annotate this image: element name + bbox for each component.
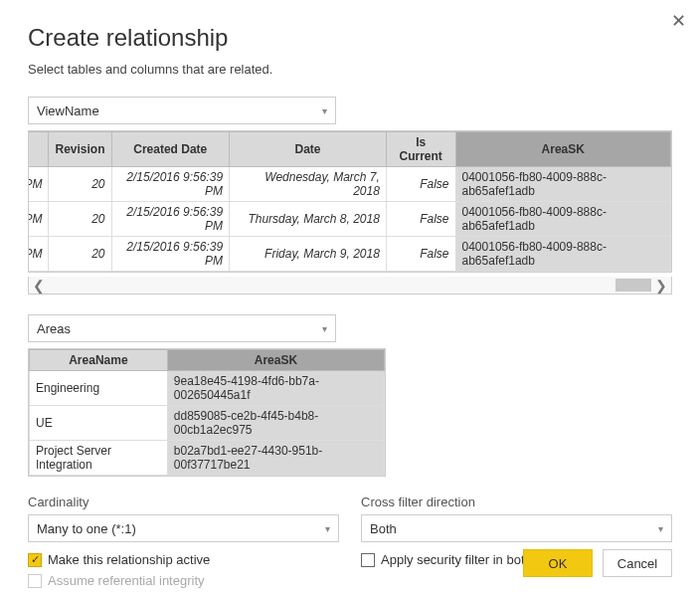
close-icon[interactable]: ✕ bbox=[671, 10, 686, 32]
active-checkbox[interactable]: ✓ bbox=[28, 553, 42, 567]
table1-select[interactable]: ViewName ▾ bbox=[28, 97, 336, 124]
table-row[interactable]: 1 PM 20 2/15/2016 9:56:39 PM Friday, Mar… bbox=[28, 237, 671, 272]
integrity-label: Assume referential integrity bbox=[48, 573, 205, 588]
integrity-checkbox bbox=[28, 574, 42, 588]
col-date[interactable]: Date bbox=[230, 132, 387, 167]
chevron-down-icon: ▾ bbox=[325, 523, 330, 534]
security-checkbox[interactable] bbox=[361, 553, 375, 567]
table-row[interactable]: Engineering 9ea18e45-4198-4fd6-bb7a-0026… bbox=[30, 371, 385, 406]
table-row[interactable]: 1 PM 20 2/15/2016 9:56:39 PM Thursday, M… bbox=[28, 202, 671, 237]
dialog-title: Create relationship bbox=[28, 24, 672, 52]
col-created-date[interactable]: Created Date bbox=[111, 132, 230, 167]
crossfilter-select[interactable]: Both ▾ bbox=[361, 514, 672, 542]
cardinality-label: Cardinality bbox=[28, 495, 339, 509]
chevron-down-icon: ▾ bbox=[322, 323, 327, 334]
ok-button[interactable]: OK bbox=[523, 549, 593, 577]
cardinality-value: Many to one (*:1) bbox=[37, 521, 136, 536]
table-header-row: AreaName AreaSK bbox=[30, 350, 385, 371]
table2-select-value: Areas bbox=[37, 321, 71, 336]
scroll-left-icon[interactable]: ❮ bbox=[29, 279, 49, 293]
table-row[interactable]: UE dd859085-ce2b-4f45-b4b8-00cb1a2ec975 bbox=[30, 406, 385, 441]
crossfilter-label: Cross filter direction bbox=[361, 495, 672, 509]
cancel-button[interactable]: Cancel bbox=[603, 549, 672, 577]
table2-grid: AreaName AreaSK Engineering 9ea18e45-419… bbox=[28, 348, 386, 477]
col-areask[interactable]: AreaSK bbox=[455, 132, 670, 167]
table1-hscroll[interactable]: ❮ ❯ bbox=[28, 277, 672, 295]
dialog-subtitle: Select tables and columns that are relat… bbox=[28, 62, 672, 77]
col-areask2[interactable]: AreaSK bbox=[167, 350, 384, 371]
col-areaname[interactable]: AreaName bbox=[30, 350, 168, 371]
table1-grid: Revision Created Date Date Is Current Ar… bbox=[28, 130, 672, 273]
col-revision[interactable]: Revision bbox=[49, 132, 111, 167]
chevron-down-icon: ▾ bbox=[658, 523, 663, 534]
table-header-row: Revision Created Date Date Is Current Ar… bbox=[28, 132, 671, 167]
scroll-thumb[interactable] bbox=[615, 279, 651, 292]
scroll-right-icon[interactable]: ❯ bbox=[651, 279, 671, 293]
table1-select-value: ViewName bbox=[37, 103, 99, 118]
table2-select[interactable]: Areas ▾ bbox=[28, 314, 336, 342]
table-row[interactable]: 1 PM 20 2/15/2016 9:56:39 PM Wednesday, … bbox=[28, 167, 671, 202]
chevron-down-icon: ▾ bbox=[322, 105, 327, 116]
cardinality-select[interactable]: Many to one (*:1) ▾ bbox=[28, 514, 339, 542]
col-is-current[interactable]: Is Current bbox=[386, 132, 455, 167]
crossfilter-value: Both bbox=[370, 521, 397, 536]
active-label: Make this relationship active bbox=[48, 552, 210, 567]
table-row[interactable]: Project Server Integration b02a7bd1-ee27… bbox=[30, 441, 385, 476]
